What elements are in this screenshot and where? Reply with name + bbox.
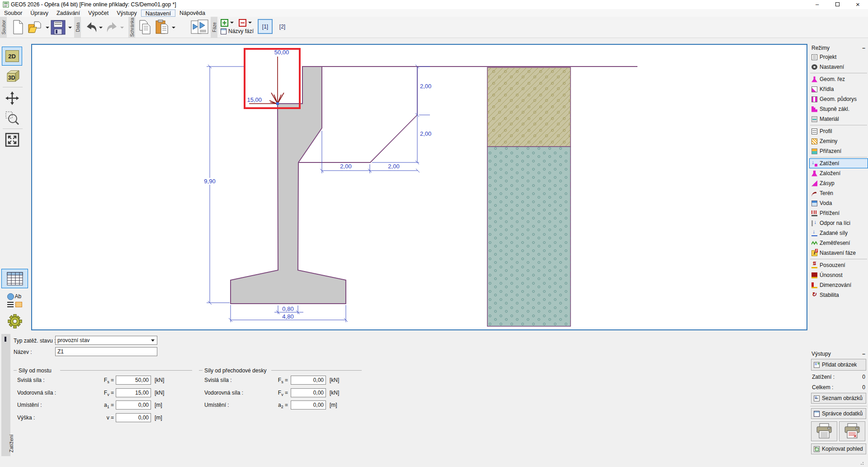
main-toolbar: Soubor Data Schránka xyxy=(0,17,868,38)
mode-zeminy[interactable]: Zeminy xyxy=(809,136,868,146)
resize-grip[interactable] xyxy=(859,460,864,465)
mode-stupne-zakl[interactable]: Stupně zákl. xyxy=(809,104,868,114)
table-icon xyxy=(221,29,226,34)
svg-text:50,00: 50,00 xyxy=(274,49,289,56)
steps-icon xyxy=(811,106,817,112)
mode-nastaveni[interactable]: Nastavení xyxy=(809,62,868,72)
open-file-icon[interactable] xyxy=(28,21,44,34)
frame-tab-zatizeni[interactable]: Zatížení xyxy=(9,434,14,453)
new-file-icon[interactable] xyxy=(12,20,24,34)
a1-bridge-input[interactable]: 0,00 xyxy=(116,400,151,410)
phase-tab-1[interactable]: [1] xyxy=(258,19,273,34)
drawing-canvas[interactable]: 2,00 2,00 2,00 2,00 9,90 0,80 4,80 50,00… xyxy=(31,44,807,330)
minimize-button[interactable]: – xyxy=(807,0,827,9)
print-selection-button[interactable] xyxy=(839,421,865,441)
mode-prirazeni[interactable]: Přiřazení xyxy=(809,146,868,156)
table-view-button[interactable] xyxy=(1,269,28,288)
row-label: Svislá síla : xyxy=(204,377,232,383)
chevron-down-icon xyxy=(151,339,155,342)
pin-icon[interactable] xyxy=(5,337,6,342)
close-button[interactable]: × xyxy=(848,0,868,9)
outputs-minimize-button[interactable]: – xyxy=(862,351,865,357)
paste-icon[interactable] xyxy=(156,19,170,35)
load-type-select[interactable]: provozní stav xyxy=(55,336,157,345)
row-unit: [m] xyxy=(155,415,162,421)
view-2d-button[interactable]: 2D xyxy=(2,47,22,66)
mode-profil[interactable]: Profil xyxy=(809,126,868,136)
phase-names-button[interactable]: Názvy fází xyxy=(221,28,254,34)
v-bridge-input[interactable]: 0,00 xyxy=(116,413,151,422)
addon-manager-button[interactable]: Správce dodatků xyxy=(811,408,866,419)
mode-zasyp[interactable]: Zásyp xyxy=(809,178,868,188)
mode-projekt[interactable]: Projekt xyxy=(809,52,868,62)
menu-vystupy[interactable]: Výstupy xyxy=(113,10,141,17)
drawing-settings-button[interactable]: Ab xyxy=(1,291,28,310)
row-unit: [kN] xyxy=(155,377,164,383)
menu-upravy[interactable]: Úpravy xyxy=(26,10,52,17)
mode-voda[interactable]: Voda xyxy=(809,198,868,208)
mode-teren[interactable]: Terén xyxy=(809,188,868,198)
print-button[interactable] xyxy=(811,421,837,441)
menu-soubor[interactable]: Soubor xyxy=(0,10,26,17)
menu-nastaveni[interactable]: Nastavení xyxy=(141,10,175,17)
mode-odpor-na-lici[interactable]: Odpor na líci xyxy=(809,218,868,228)
move-icon xyxy=(5,91,20,106)
maximize-button[interactable] xyxy=(827,0,848,9)
toolbar-group-soubor: Soubor xyxy=(0,17,7,38)
mode-stabilita[interactable]: Stabilita xyxy=(809,290,868,300)
add-phase-dropdown[interactable] xyxy=(230,22,234,24)
fs-bridge-input[interactable]: 50,00 xyxy=(116,376,151,385)
phase-tab-2[interactable]: [2] xyxy=(275,19,290,34)
mode-kridla[interactable]: Křídla xyxy=(809,84,868,94)
mode-dimenzovani[interactable]: Dimenzování xyxy=(809,280,868,290)
section-slab-title: Síly od přechodové desky xyxy=(204,367,266,374)
menu-zadavani[interactable]: Zadávání xyxy=(52,10,84,17)
remove-phase-icon[interactable] xyxy=(239,19,246,27)
picture-list-button[interactable]: Seznam obrázků xyxy=(811,393,866,404)
copy-icon[interactable] xyxy=(138,20,152,35)
mode-zalozeni[interactable]: Založení xyxy=(809,168,868,178)
menu-napoveda[interactable]: Nápověda xyxy=(175,10,209,17)
mode-zadane-sily[interactable]: Zadané síly xyxy=(809,228,868,238)
copy-view-button[interactable]: Kopírovat pohled xyxy=(811,443,866,454)
fit-view-button[interactable] xyxy=(2,130,22,149)
open-dropdown[interactable] xyxy=(46,27,49,29)
modes-minimize-button[interactable]: – xyxy=(862,45,865,51)
mode-zatizeni[interactable]: Zatížení xyxy=(809,158,868,168)
2d-icon: 2D xyxy=(5,50,19,62)
mode-unosnost[interactable]: Únosnost xyxy=(809,270,868,280)
load-icon xyxy=(811,161,817,167)
mode-pritizeni[interactable]: Přitížení xyxy=(809,208,868,218)
mode-material[interactable]: Materiál xyxy=(809,114,868,124)
gear-icon xyxy=(7,314,23,329)
pan-tool-button[interactable] xyxy=(2,89,22,108)
add-picture-button[interactable]: Přidat obrázek xyxy=(811,359,866,371)
settings-button[interactable] xyxy=(1,311,28,331)
name-input[interactable]: Z1 xyxy=(55,347,157,356)
name-label: Název : xyxy=(14,349,32,355)
fs-slab-input[interactable]: 0,00 xyxy=(291,376,326,385)
fv-bridge-input[interactable]: 15,00 xyxy=(116,388,151,397)
mode-posouzeni[interactable]: Posouzení xyxy=(809,260,868,270)
menu-vypocet[interactable]: Výpočet xyxy=(84,10,113,17)
save-dropdown[interactable] xyxy=(68,27,72,29)
mode-zemetreseni[interactable]: Zemětřesení xyxy=(809,238,868,248)
row-unit: [kN] xyxy=(330,390,339,396)
row-label: Svislá síla : xyxy=(17,377,45,383)
a2-slab-input[interactable]: 0,00 xyxy=(291,400,326,410)
redo-icon[interactable] xyxy=(106,21,119,33)
add-phase-icon[interactable] xyxy=(221,19,228,27)
save-icon[interactable] xyxy=(51,20,66,35)
copy-phase-icon[interactable] xyxy=(191,19,210,35)
undo-dropdown[interactable] xyxy=(99,27,103,29)
mode-geom-pudorys[interactable]: Geom. půdorys xyxy=(809,94,868,104)
zoom-tool-button[interactable] xyxy=(2,109,22,128)
undo-icon[interactable] xyxy=(84,21,98,33)
mode-geom-rez[interactable]: Geom. řez xyxy=(809,74,868,84)
paste-dropdown[interactable] xyxy=(172,27,175,29)
view-3d-button[interactable]: 3D xyxy=(2,67,22,86)
mode-nastaveni-faze[interactable]: 1Nastavení fáze xyxy=(809,248,868,258)
printer-icon xyxy=(816,423,832,439)
remove-phase-dropdown[interactable] xyxy=(248,22,252,24)
fv-slab-input[interactable]: 0,00 xyxy=(291,388,326,397)
